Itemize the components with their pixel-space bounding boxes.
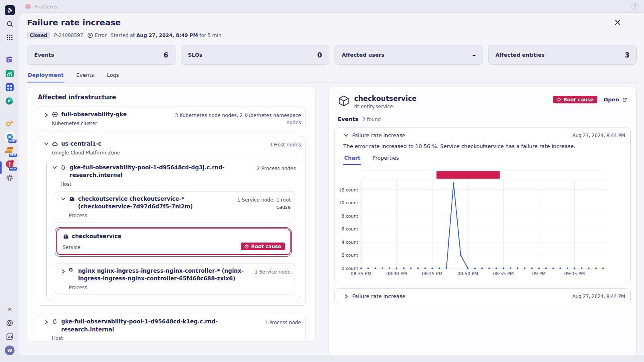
entity-title: checkoutservice: [354, 95, 553, 103]
svg-text:08:40 PM: 08:40 PM: [386, 271, 407, 276]
tree-node-service-root-cause[interactable]: checkoutservice Service Root cause: [55, 227, 292, 257]
settings-gear-icon[interactable]: [3, 172, 17, 184]
tab-properties[interactable]: Properties: [372, 155, 400, 165]
rail-divider: [4, 113, 15, 113]
chevron-down-icon[interactable]: [58, 195, 69, 201]
problem-id: P-24088597: [54, 33, 83, 38]
tree-node-host-k1eg: gke-full-observability-pool-1-d95648cd-k…: [38, 314, 305, 342]
app-icon-clouds[interactable]: [3, 54, 17, 66]
diamond-alert-icon: [557, 97, 561, 102]
app-icon-problems-active[interactable]: NEW: [3, 158, 17, 170]
node-meta: 2 Process nodes: [257, 164, 296, 172]
node-name: us-central1-c: [61, 140, 101, 148]
stat-card-events[interactable]: Events 6: [27, 45, 175, 65]
entity-type: dt.entity.service: [354, 104, 553, 109]
event-title: Failure rate increase: [352, 293, 572, 299]
chevron-right-icon[interactable]: [41, 318, 52, 325]
tab-events[interactable]: Events: [76, 72, 95, 82]
page-title: Failure rate increase: [27, 18, 636, 27]
tab-problems[interactable]: Problems: [25, 4, 58, 10]
started-at: Started at Aug 27, 2024, 8:49 PM for 5 m…: [111, 33, 221, 38]
app-grid-icon[interactable]: [3, 31, 17, 43]
chevron-right-icon[interactable]: [340, 294, 352, 299]
node-name: checkoutservice checkoutservice-* (check…: [78, 195, 231, 211]
main-tabs: Deployment Events Logs: [27, 72, 637, 83]
node-type: Google Cloud Platform Zone: [52, 150, 264, 156]
svg-text:08:55 PM: 08:55 PM: [493, 271, 514, 276]
new-badge: NEW: [9, 154, 17, 157]
app-icon-analytics[interactable]: [3, 68, 17, 80]
user-avatar[interactable]: W: [3, 344, 17, 356]
app-icon-snowflake-new[interactable]: NEW: [3, 131, 17, 143]
new-badge: NEW: [8, 140, 16, 143]
chevron-down-icon[interactable]: [340, 134, 352, 137]
svg-text:08:50 PM: 08:50 PM: [458, 271, 478, 276]
failure-rate-chart: 0 count2 count4 count6 count8 count10 co…: [340, 168, 625, 278]
app-icon-access-key[interactable]: [3, 117, 17, 129]
svg-text:4 count: 4 count: [341, 240, 358, 245]
svg-text:08:45 PM: 08:45 PM: [422, 271, 442, 276]
stat-card-slos[interactable]: SLOs 0: [181, 45, 329, 65]
tab-logs[interactable]: Logs: [106, 72, 120, 82]
entity-detail-card: checkoutservice dt.entity.service Root c…: [328, 87, 637, 355]
top-tab-bar: Problems ?: [19, 0, 644, 13]
node-type: Process: [69, 285, 249, 290]
tree-node-process-checkoutservice: checkoutservice checkoutservice-* (check…: [55, 191, 295, 222]
root-cause-badge: Root cause: [553, 96, 597, 103]
svg-text:10 count: 10 count: [340, 200, 359, 206]
chevron-down-icon[interactable]: [41, 140, 52, 146]
tree-node-host-dg3j: gke-full-observability-pool-1-d95648cd-d…: [46, 160, 300, 300]
node-name: nginx nginx-ingress-ingress-nginx-contro…: [78, 267, 249, 283]
node-type: Service: [63, 245, 80, 250]
help-lifebuoy-icon[interactable]: [3, 317, 17, 329]
stat-card-affected-entities[interactable]: Affected entities 3: [488, 45, 637, 65]
severity-label: Error: [95, 33, 107, 38]
svg-text:12 count: 12 count: [340, 187, 359, 193]
started-date: Aug 27, 2024, 8:49 PM: [136, 33, 198, 38]
node-type: Kubernetes cluster: [52, 121, 163, 126]
chevron-down-icon[interactable]: [49, 164, 60, 169]
event-tabs: Chart Properties: [343, 155, 625, 165]
chevron-right-icon[interactable]: [41, 111, 52, 117]
app-rail: NEW NEW NEW » W: [0, 0, 19, 362]
event-timestamp: Aug 27, 2024, 8:44 PM: [572, 294, 625, 299]
problems-alert-icon: [25, 4, 31, 10]
event-header[interactable]: Failure rate increase Aug 27, 2024, 8:44…: [340, 293, 625, 299]
svg-text:6 count: 6 count: [341, 226, 358, 232]
problem-meta-row: Closed P-24088597 Error Started at Aug 2…: [27, 32, 636, 39]
tab-chart[interactable]: Chart: [343, 155, 361, 165]
process-package-icon: [69, 196, 75, 202]
svg-text:08:35 PM: 08:35 PM: [351, 271, 371, 276]
app-icon-services[interactable]: [3, 81, 17, 93]
node-meta: 1 Service node, 1 root cause: [236, 195, 291, 211]
app-icon-infrastructure[interactable]: [3, 95, 17, 107]
node-type: Process: [69, 213, 231, 218]
svg-text:2 count: 2 count: [341, 253, 358, 258]
stat-card-affected-users[interactable]: Affected users –: [334, 45, 483, 65]
tab-deployment[interactable]: Deployment: [27, 72, 64, 82]
event-title: Failure rate increase: [352, 132, 572, 138]
dynatrace-logo-icon[interactable]: [3, 4, 17, 16]
error-circle-icon: [87, 33, 93, 38]
event-header[interactable]: Failure rate increase Aug 27, 2024, 8:44…: [340, 132, 625, 138]
usage-chart-icon[interactable]: [3, 331, 17, 343]
expand-rail-icon[interactable]: »: [3, 303, 17, 315]
entity-cube-icon: [338, 95, 350, 109]
problem-detail-panel: Failure rate increase Closed P-24088597 …: [19, 13, 644, 355]
search-icon[interactable]: [3, 18, 17, 30]
tree-node-cluster: full-observability-gke Kubernetes cluste…: [38, 107, 305, 130]
rail-divider: [4, 299, 15, 299]
close-icon[interactable]: [615, 19, 621, 27]
chevron-right-icon[interactable]: [58, 267, 69, 274]
app-icon-logs-new[interactable]: NEW: [3, 144, 17, 156]
help-icon[interactable]: ?: [632, 3, 638, 10]
node-type: Host: [52, 335, 259, 341]
svg-text:09:05 PM: 09:05 PM: [564, 271, 585, 276]
open-button[interactable]: Open: [604, 97, 627, 103]
event-timestamp: Aug 27, 2024, 8:44 PM: [572, 133, 625, 138]
node-type: Host: [60, 181, 251, 187]
node-name: checkoutservice: [72, 233, 122, 239]
node-meta: 3 Host nodes: [269, 140, 301, 148]
linux-host-icon: [52, 319, 58, 325]
svg-text:09 PM: 09 PM: [532, 271, 546, 276]
